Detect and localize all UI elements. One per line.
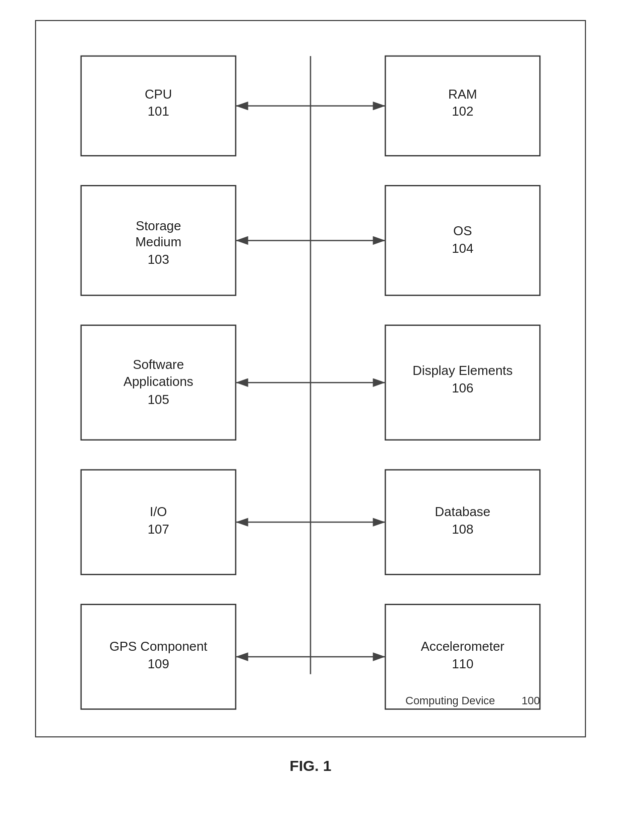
software-number: 105 bbox=[148, 392, 169, 406]
gps-label-1: GPS Component bbox=[109, 639, 207, 653]
os-label: OS bbox=[453, 224, 472, 238]
storage-label-2: Medium bbox=[135, 235, 181, 249]
os-block bbox=[385, 186, 540, 295]
io-number: 107 bbox=[148, 522, 169, 536]
architecture-diagram: CPU 101 RAM 102 Storage Medium 103 OS 10… bbox=[66, 46, 555, 714]
os-number: 104 bbox=[452, 241, 473, 255]
software-label-1: Software bbox=[133, 357, 184, 371]
storage-label-1: Storage bbox=[136, 219, 181, 233]
cpu-number: 101 bbox=[148, 104, 169, 118]
diagram-container: CPU 101 RAM 102 Storage Medium 103 OS 10… bbox=[35, 20, 586, 737]
gps-number: 109 bbox=[148, 657, 169, 671]
io-label: I/O bbox=[150, 505, 167, 519]
ram-label: RAM bbox=[448, 87, 477, 101]
accel-number: 110 bbox=[452, 657, 473, 671]
display-label-1: Display Elements bbox=[413, 363, 513, 377]
display-number: 106 bbox=[452, 381, 473, 395]
figure-label: FIG. 1 bbox=[289, 757, 331, 774]
database-number: 108 bbox=[452, 522, 473, 536]
ram-number: 102 bbox=[452, 104, 473, 118]
software-label-2: Applications bbox=[123, 374, 193, 388]
database-label: Database bbox=[435, 505, 490, 519]
device-number: 100 bbox=[522, 694, 540, 707]
accel-label: Accelerometer bbox=[421, 639, 504, 653]
device-label: Computing Device bbox=[406, 694, 495, 707]
storage-number: 103 bbox=[148, 252, 169, 266]
cpu-label: CPU bbox=[145, 87, 172, 101]
